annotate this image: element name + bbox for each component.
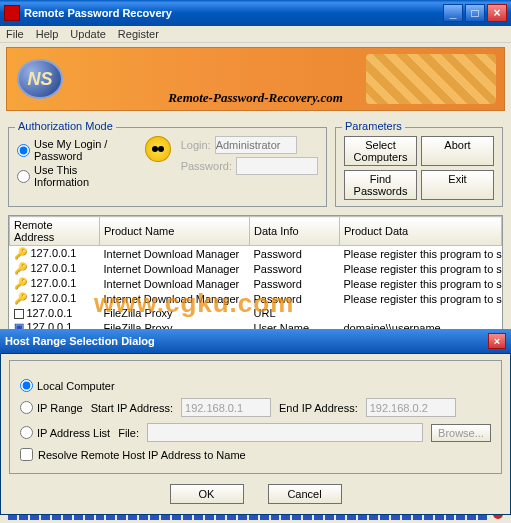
- start-ip-label: Start IP Address:: [91, 402, 173, 414]
- key-icon: 🔑: [14, 292, 28, 304]
- start-ip-input: [181, 398, 271, 417]
- file-label: File:: [118, 427, 139, 439]
- ok-button[interactable]: OK: [170, 484, 244, 504]
- table-row[interactable]: 🔑127.0.0.1Internet Download ManagerPassw…: [10, 276, 502, 291]
- find-passwords-button[interactable]: Find Passwords: [344, 170, 417, 200]
- radio-range[interactable]: [20, 401, 33, 414]
- params-legend: Parameters: [342, 120, 405, 132]
- col-data-info[interactable]: Data Info: [250, 217, 340, 246]
- resolve-checkbox[interactable]: [20, 448, 33, 461]
- exit-button[interactable]: Exit: [421, 170, 494, 200]
- table-row[interactable]: 🔑127.0.0.1Internet Download ManagerPassw…: [10, 291, 502, 306]
- app-icon: [4, 5, 20, 21]
- opt-ip-list[interactable]: IP Address List: [20, 426, 110, 439]
- menu-register[interactable]: Register: [118, 28, 159, 40]
- parameters-group: Parameters Select Computers Abort Find P…: [335, 127, 503, 207]
- radio-use-info[interactable]: [17, 170, 30, 183]
- auth-legend: Authorization Mode: [15, 120, 116, 132]
- password-input: [236, 157, 318, 175]
- table-row[interactable]: 127.0.0.1FileZilla ProxyURL: [10, 306, 502, 320]
- login-input: [215, 136, 297, 154]
- opt-ip-range[interactable]: IP Range: [20, 401, 83, 414]
- window-title: Remote Password Recovery: [24, 7, 443, 19]
- key-icon: 🔑: [14, 277, 28, 289]
- table-row[interactable]: 🔑127.0.0.1Internet Download ManagerPassw…: [10, 261, 502, 276]
- banner: NS Remote-Password-Recovery.com: [6, 47, 505, 111]
- face-icon: [145, 136, 170, 162]
- cancel-button[interactable]: Cancel: [268, 484, 342, 504]
- keyboard-graphic: [366, 54, 496, 104]
- opt-local-computer[interactable]: Local Computer: [20, 379, 115, 392]
- radio-list[interactable]: [20, 426, 33, 439]
- logo-icon: NS: [17, 59, 63, 99]
- key-icon: 🔑: [14, 262, 28, 274]
- auth-use-my-login[interactable]: Use My Login / Password: [17, 138, 135, 162]
- authorization-group: Authorization Mode Use My Login / Passwo…: [8, 127, 327, 207]
- minimize-button[interactable]: _: [443, 4, 463, 22]
- radio-my-login[interactable]: [17, 144, 30, 157]
- banner-domain: Remote-Password-Recovery.com: [168, 90, 343, 106]
- key-icon: 🔑: [14, 247, 28, 259]
- titlebar: Remote Password Recovery _ □ ×: [0, 0, 511, 26]
- resolve-label: Resolve Remote Host IP Address to Name: [38, 449, 246, 461]
- col-product-data[interactable]: Product Data: [340, 217, 502, 246]
- browse-button: Browse...: [431, 424, 491, 442]
- maximize-button[interactable]: □: [465, 4, 485, 22]
- file-input: [147, 423, 423, 442]
- menu-file[interactable]: File: [6, 28, 24, 40]
- login-label: Login:: [181, 139, 211, 151]
- col-product-name[interactable]: Product Name: [100, 217, 250, 246]
- password-label: Password:: [181, 160, 232, 172]
- dialog-title: Host Range Selection Dialog: [5, 335, 488, 347]
- end-ip-input: [366, 398, 456, 417]
- table-row[interactable]: 🔑127.0.0.1Internet Download ManagerPassw…: [10, 246, 502, 262]
- col-remote-address[interactable]: Remote Address: [10, 217, 100, 246]
- host-range-dialog: Host Range Selection Dialog × Local Comp…: [8, 329, 503, 515]
- square-icon: [14, 309, 24, 319]
- menubar: File Help Update Register: [0, 26, 511, 43]
- auth-use-info[interactable]: Use This Information: [17, 164, 135, 188]
- radio-local[interactable]: [20, 379, 33, 392]
- menu-update[interactable]: Update: [70, 28, 105, 40]
- select-computers-button[interactable]: Select Computers: [344, 136, 417, 166]
- dialog-close-button[interactable]: ×: [488, 333, 506, 349]
- menu-help[interactable]: Help: [36, 28, 59, 40]
- end-ip-label: End IP Address:: [279, 402, 358, 414]
- close-button[interactable]: ×: [487, 4, 507, 22]
- abort-button[interactable]: Abort: [421, 136, 494, 166]
